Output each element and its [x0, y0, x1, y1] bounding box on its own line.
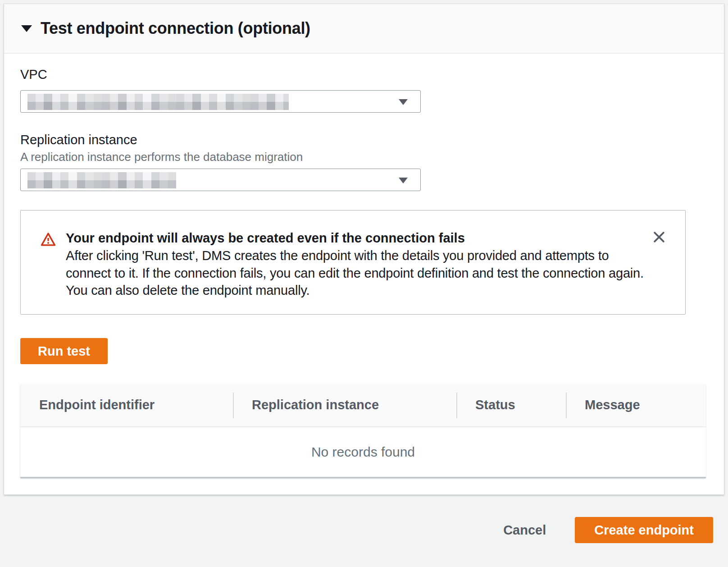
- replication-instance-select[interactable]: [20, 169, 421, 191]
- test-endpoint-connection-panel: Test endpoint connection (optional) VPC …: [4, 4, 724, 495]
- warning-banner: Your endpoint will always be created eve…: [20, 210, 686, 315]
- warning-title: Your endpoint will always be created eve…: [66, 229, 647, 247]
- replication-instance-selected-value-redacted: [27, 172, 176, 188]
- footer-actions: Cancel Create endpoint: [503, 517, 713, 543]
- warning-triangle-icon: [41, 232, 56, 247]
- vpc-label: VPC: [20, 67, 47, 82]
- create-endpoint-button[interactable]: Create endpoint: [575, 517, 713, 543]
- caret-down-icon[interactable]: [21, 25, 32, 32]
- column-header-endpoint-identifier[interactable]: Endpoint identifier: [20, 384, 233, 426]
- vpc-select[interactable]: [20, 90, 421, 113]
- table-empty-state: No records found: [20, 427, 706, 478]
- section-title: Test endpoint connection (optional): [41, 19, 310, 38]
- replication-instance-label: Replication instance: [20, 133, 137, 147]
- page: Test endpoint connection (optional) VPC …: [0, 0, 728, 567]
- warning-body: After clicking 'Run test', DMS creates t…: [66, 247, 647, 299]
- column-header-replication-instance[interactable]: Replication instance: [233, 384, 456, 426]
- caret-down-icon: [399, 99, 408, 105]
- connection-results-table: Endpoint identifier Replication instance…: [20, 384, 706, 478]
- empty-message: No records found: [311, 444, 415, 460]
- column-header-message[interactable]: Message: [566, 384, 706, 426]
- warning-content: Your endpoint will always be created eve…: [66, 229, 647, 314]
- run-test-button[interactable]: Run test: [20, 338, 108, 364]
- section-header[interactable]: Test endpoint connection (optional): [4, 4, 724, 54]
- close-icon[interactable]: [650, 229, 668, 247]
- table-header-row: Endpoint identifier Replication instance…: [20, 384, 706, 427]
- replication-instance-description: A replication instance performs the data…: [20, 150, 303, 164]
- cancel-button[interactable]: Cancel: [503, 523, 546, 538]
- caret-down-icon: [399, 178, 408, 183]
- column-header-status[interactable]: Status: [456, 384, 566, 426]
- vpc-selected-value-redacted: [27, 94, 289, 110]
